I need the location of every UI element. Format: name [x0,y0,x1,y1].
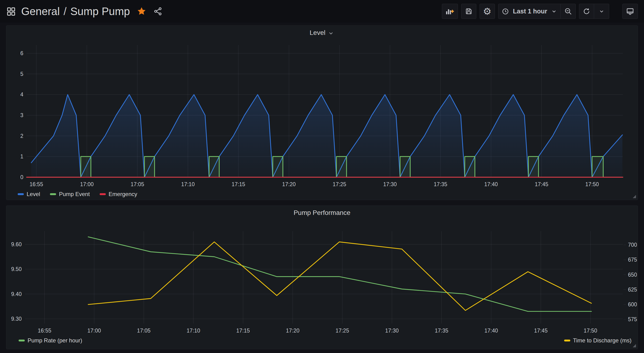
gridlines [25,231,623,323]
panel-title-text: Pump Performance [294,209,350,217]
legend-item-pump-event[interactable]: Pump Event [50,191,90,197]
svg-text:17:10: 17:10 [186,327,200,334]
svg-text:9.40: 9.40 [11,291,22,297]
dashboard-settings-button[interactable]: ⚙ [480,4,495,19]
toolbar: ⚙ Last 1 hour [442,4,638,19]
svg-text:17:45: 17:45 [534,327,548,334]
svg-text:17:20: 17:20 [282,181,296,187]
legend-item-level[interactable]: Level [18,191,40,197]
svg-text:2: 2 [20,133,23,139]
svg-text:16:55: 16:55 [38,327,51,334]
svg-text:17:45: 17:45 [535,181,548,187]
svg-text:0: 0 [20,174,23,180]
svg-text:17:30: 17:30 [383,181,397,187]
panel-pump-performance-title[interactable]: Pump Performance [6,209,638,217]
legend-label: Pump Rate (per hour) [28,337,82,344]
star-button[interactable] [136,6,146,16]
pump-performance-chart-legend: Pump Rate (per hour)Time to Discharge (m… [18,337,632,344]
svg-text:17:25: 17:25 [332,181,346,187]
panel-resize-handle[interactable] [633,195,636,198]
svg-text:16:55: 16:55 [30,181,43,187]
svg-text:17:35: 17:35 [434,181,447,187]
svg-text:1: 1 [20,153,23,160]
refresh-interval-button[interactable] [594,4,609,19]
svg-text:9.30: 9.30 [11,316,22,322]
kiosk-mode-button[interactable] [622,4,638,19]
add-panel-button[interactable] [442,4,458,19]
svg-text:600: 600 [628,301,637,307]
legend-item-time-to-discharge-ms-[interactable]: Time to Discharge (ms) [564,337,632,344]
pump-performance-chart-plot[interactable]: 16:5517:0017:0517:1017:1517:2017:2517:30… [6,206,638,349]
time-controls: Last 1 hour [498,4,576,19]
svg-text:625: 625 [628,286,637,293]
chevron-down-icon [328,30,334,37]
save-dashboard-button[interactable] [461,4,476,19]
navbar: General / Sump Pump [0,0,644,23]
legend-swatch [18,193,24,195]
svg-text:17:10: 17:10 [181,181,195,187]
svg-text:17:00: 17:00 [88,327,101,334]
clock-icon [502,8,509,15]
time-range-label: Last 1 hour [513,8,547,15]
floppy-disk-icon [465,7,473,15]
svg-text:17:15: 17:15 [236,327,250,334]
legend-item-pump-rate-per-hour-[interactable]: Pump Rate (per hour) [18,337,82,344]
svg-text:17:35: 17:35 [435,327,448,334]
svg-text:9.60: 9.60 [11,241,22,247]
svg-text:17:20: 17:20 [286,327,300,334]
svg-text:17:50: 17:50 [584,327,597,334]
legend-swatch [50,193,56,195]
panel-level-title[interactable]: Level [6,29,638,37]
svg-text:4: 4 [20,91,23,98]
svg-text:17:25: 17:25 [336,327,349,334]
panel-level: Level 16:5517:0017:0517:1017:1517:2017:2… [6,26,638,200]
monitor-icon [626,7,634,16]
svg-text:9.50: 9.50 [11,266,22,272]
svg-text:3: 3 [20,112,23,118]
svg-text:17:00: 17:00 [80,181,94,187]
share-button[interactable] [154,7,162,16]
time-range-picker[interactable]: Last 1 hour [498,4,560,19]
grid-squares-icon [6,6,16,16]
legend-label: Time to Discharge (ms) [573,337,632,344]
circular-arrows-icon [582,7,590,15]
panel-resize-handle[interactable] [633,344,636,347]
chevron-down-icon [551,8,557,14]
gear-icon: ⚙ [483,7,492,16]
refresh-button[interactable] [579,4,594,19]
level-chart-plot[interactable]: 16:5517:0017:0517:1017:1517:2017:2517:30… [6,26,638,200]
svg-text:5: 5 [20,71,23,77]
panel-title-text: Level [310,29,326,37]
dashboards-grid-icon[interactable] [6,6,16,16]
zoom-out-button[interactable] [560,4,576,19]
svg-text:17:05: 17:05 [130,181,144,187]
legend-item-emergency[interactable]: Emergency [100,191,137,197]
legend-swatch [100,193,106,195]
legend-label: Emergency [108,191,137,197]
legend-swatch [18,339,25,341]
bar-chart-plus-icon [446,7,454,15]
level-chart-legend: LevelPump EventEmergency [18,191,137,197]
svg-text:700: 700 [628,242,637,248]
legend-swatch [564,339,570,341]
breadcrumb-separator: / [64,5,67,18]
svg-text:17:05: 17:05 [137,327,151,334]
svg-text:675: 675 [628,257,637,263]
share-icon [154,7,162,16]
svg-text:17:30: 17:30 [385,327,399,334]
star-icon [136,6,146,16]
svg-text:17:40: 17:40 [484,327,498,334]
breadcrumb-page-title[interactable]: Sump Pump [70,5,130,18]
dashboard-grid: Level 16:5517:0017:0517:1017:1517:2017:2… [0,23,644,349]
svg-text:17:40: 17:40 [484,181,498,187]
legend-label: Level [26,191,40,197]
series-pump-rate-per-hour- [88,237,591,311]
svg-text:17:15: 17:15 [232,181,245,187]
breadcrumb-section[interactable]: General [21,5,60,18]
svg-text:17:50: 17:50 [585,181,599,187]
svg-text:650: 650 [628,272,637,278]
series-time-to-discharge-ms- [88,242,591,310]
chevron-down-icon [598,8,605,14]
legend-label: Pump Event [59,191,90,197]
breadcrumb: General / Sump Pump [21,5,130,18]
